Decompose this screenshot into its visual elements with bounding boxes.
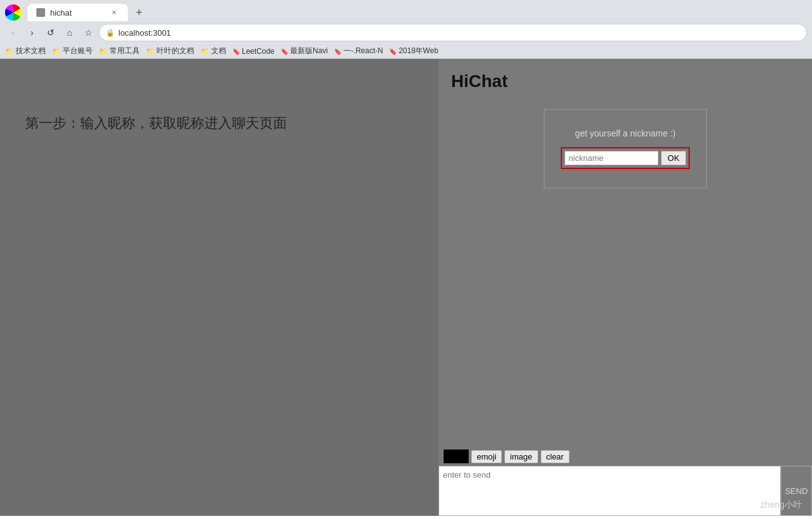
footer-text: zheng小叶 <box>761 500 802 511</box>
app-title: HiChat <box>439 59 812 98</box>
bookmark-item-6[interactable]: 最新版Navi <box>281 46 328 56</box>
clear-button[interactable]: clear <box>541 450 570 463</box>
bookmark-item-8[interactable]: 2018年Web <box>389 46 438 56</box>
emoji-button[interactable]: emoji <box>471 450 502 463</box>
bookmark-star-button[interactable]: ☆ <box>80 24 96 41</box>
bookmark-item-4[interactable]: 文档 <box>200 46 226 56</box>
bookmark-label-6: 最新版Navi <box>290 46 328 56</box>
bookmark-item-3[interactable]: 叶叶的文档 <box>146 46 194 56</box>
bookmark-label-8: 2018年Web <box>398 46 438 56</box>
tab-title: hichat <box>50 8 72 18</box>
back-button[interactable]: ‹ <box>5 24 21 41</box>
folder-icon-1 <box>52 47 61 56</box>
folder-icon-4 <box>200 47 209 56</box>
toolbar-row: emoji image clear <box>439 447 812 466</box>
lock-icon: 🔒 <box>106 29 115 37</box>
link-icon-6 <box>281 47 288 56</box>
page-content: 第一步：输入昵称，获取昵称进入聊天页面 HiChat get yourself … <box>0 59 812 516</box>
bookmark-label-4: 文档 <box>211 46 226 56</box>
tab-close-button[interactable]: × <box>109 8 119 18</box>
message-textarea[interactable] <box>439 466 781 516</box>
step-text: 第一步：输入昵称，获取昵称进入聊天页面 <box>25 114 287 133</box>
left-section: 第一步：输入昵称，获取昵称进入聊天页面 <box>0 59 439 516</box>
chat-section: HiChat get yourself a nickname :) OK emo… <box>439 59 812 516</box>
bookmark-label-5: LeetCode <box>242 47 274 56</box>
bookmark-item-0[interactable]: 技术文档 <box>5 46 46 56</box>
bookmark-item-1[interactable]: 平台账号 <box>52 46 93 56</box>
tab-favicon <box>36 8 45 17</box>
color-picker-box[interactable] <box>444 450 469 463</box>
ok-button[interactable]: OK <box>661 151 687 165</box>
bookmark-label-7: 一-.React-N <box>343 46 383 56</box>
browser-tab-active[interactable]: hichat × <box>28 4 128 21</box>
link-icon-8 <box>389 47 397 56</box>
browser-nav-bar: ‹ › ↺ ⌂ ☆ 🔒 localhost:3001 <box>0 21 812 44</box>
image-button[interactable]: image <box>504 450 538 463</box>
nickname-input-row: OK <box>561 147 690 169</box>
bookmark-label-2: 常用工具 <box>110 46 140 56</box>
browser-title-bar: hichat × + <box>0 0 812 21</box>
bookmark-label-0: 技术文档 <box>16 46 46 56</box>
home-button[interactable]: ⌂ <box>61 24 78 41</box>
new-tab-button[interactable]: + <box>130 4 148 21</box>
forward-button[interactable]: › <box>24 24 40 41</box>
folder-icon-2 <box>99 47 108 56</box>
folder-icon-0 <box>5 47 14 56</box>
bookmark-label-1: 平台账号 <box>63 46 93 56</box>
modal-title: get yourself a nickname :) <box>575 128 675 138</box>
browser-chrome: hichat × + ‹ › ↺ ⌂ ☆ 🔒 localhost:3001 技术… <box>0 0 812 59</box>
bookmark-item-7[interactable]: 一-.React-N <box>334 46 383 56</box>
address-bar[interactable]: 🔒 localhost:3001 <box>99 24 807 41</box>
message-input-row: SEND <box>439 466 812 516</box>
folder-icon-3 <box>146 47 155 56</box>
refresh-button[interactable]: ↺ <box>43 24 59 41</box>
address-url: localhost:3001 <box>118 28 171 38</box>
browser-logo <box>5 4 21 21</box>
bookmark-item-5[interactable]: LeetCode <box>232 47 274 56</box>
nickname-modal: get yourself a nickname :) OK <box>544 109 707 188</box>
bookmark-label-3: 叶叶的文档 <box>157 46 194 56</box>
link-icon-7 <box>334 47 341 56</box>
bookmark-item-2[interactable]: 常用工具 <box>99 46 140 56</box>
link-icon-5 <box>232 47 240 56</box>
nickname-input[interactable] <box>565 151 658 165</box>
bookmarks-bar: 技术文档 平台账号 常用工具 叶叶的文档 文档 LeetCode 最新版Navi <box>0 44 812 59</box>
chat-bottom: emoji image clear SEND <box>439 447 812 516</box>
